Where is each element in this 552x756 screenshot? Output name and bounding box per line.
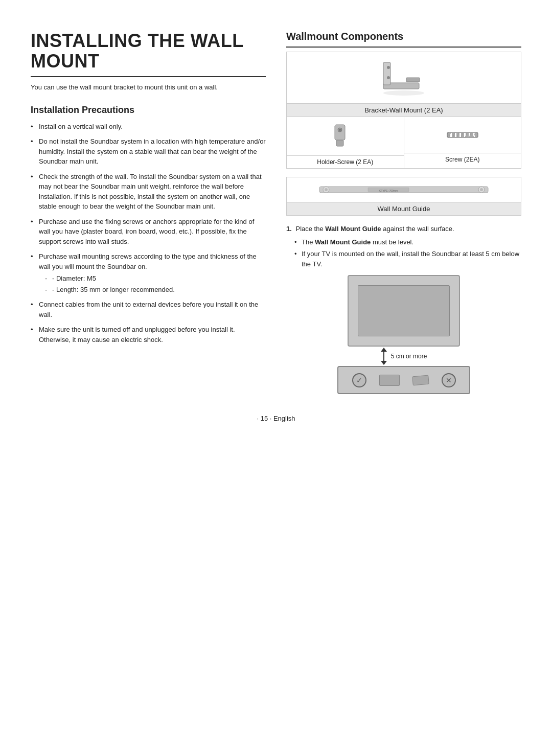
arrow-area: 5 cm or more — [286, 348, 521, 365]
sub-list-item: - Diameter: M5 — [45, 273, 266, 284]
wallmount-components-title: Wallmount Components — [286, 31, 521, 48]
sub-bold: Wall Mount Guide — [315, 238, 371, 246]
cm-label: 5 cm or more — [391, 353, 427, 360]
svg-point-3 — [387, 66, 390, 69]
bracket-svg — [378, 57, 429, 98]
soundbar-illustration: ✓ ✕ — [337, 366, 470, 394]
arrow-up-head — [381, 348, 387, 352]
holder-screw-label: Holder-Screw (2 EA) — [287, 155, 404, 168]
precautions-title: Installation Precautions — [31, 105, 266, 116]
bracket-wall-mount-box: Bracket-Wall Mount (2 EA) — [286, 52, 521, 117]
check-symbol: ✓ — [356, 376, 362, 384]
wall-mount-guide-strip: CTYPE: 700mm Wall Mount Guide — [286, 177, 521, 216]
holder-screw-svg — [330, 122, 360, 150]
soundbar-check-icon: ✓ — [352, 373, 366, 387]
svg-point-21 — [325, 188, 328, 191]
svg-rect-7 — [336, 140, 343, 146]
step-1-block: 1. Place the Wall Mount Guide against th… — [286, 224, 521, 269]
screw-svg — [445, 122, 480, 148]
svg-point-4 — [387, 76, 390, 79]
list-item: Install on a vertical wall only. — [31, 122, 266, 132]
guide-strip-label: Wall Mount Guide — [287, 202, 521, 215]
step-number: 1. — [286, 225, 292, 233]
page-number: · 15 · English — [257, 415, 295, 422]
soundbar-rect-1 — [379, 375, 400, 386]
guide-strip-svg: CTYPE: 700mm — [317, 181, 491, 198]
list-item: Make sure the unit is turned off and unp… — [31, 325, 266, 345]
screw-label: Screw (2EA) — [404, 153, 521, 166]
x-symbol: ✕ — [446, 376, 452, 384]
soundbar-rect-2 — [412, 375, 429, 385]
page-footer: · 15 · English — [31, 415, 521, 422]
intro-text: You can use the wall mount bracket to mo… — [31, 82, 266, 93]
sub-list: - Diameter: M5 - Length: 35 mm or longer… — [39, 273, 266, 294]
step-post: against the wall surface. — [383, 225, 454, 233]
components-area: Bracket-Wall Mount (2 EA) Holder-Scr — [286, 52, 521, 169]
page-container: INSTALLING THE WALL MOUNT You can use th… — [31, 31, 521, 394]
sub-post: must be level. — [371, 238, 413, 246]
bracket-label: Bracket-Wall Mount (2 EA) — [287, 103, 521, 117]
tv-screen — [358, 285, 450, 336]
svg-point-5 — [383, 90, 424, 96]
screw-image — [440, 117, 486, 153]
svg-point-9 — [339, 129, 341, 131]
list-item: Purchase and use the fixing screws or an… — [31, 217, 266, 247]
holder-screw-image — [325, 117, 365, 155]
svg-rect-2 — [406, 78, 420, 82]
tv-illustration — [348, 275, 460, 347]
list-item: Purchase wall mounting screws according … — [31, 251, 266, 294]
svg-rect-6 — [335, 125, 345, 140]
arrow-shaft — [383, 352, 384, 361]
arrow-down-icon — [381, 348, 387, 365]
holder-screw-item: Holder-Screw (2 EA) — [287, 117, 404, 168]
list-item: Do not install the Soundbar system in a … — [31, 136, 266, 167]
left-column: INSTALLING THE WALL MOUNT You can use th… — [31, 31, 266, 394]
right-column: Wallmount Components — [286, 31, 521, 394]
arrow-down-head — [381, 361, 387, 365]
svg-text:CTYPE: 700mm: CTYPE: 700mm — [379, 189, 398, 192]
small-components-row: Holder-Screw (2 EA) — [286, 117, 521, 169]
soundbar-x-icon: ✕ — [442, 373, 456, 387]
guide-strip-image: CTYPE: 700mm — [287, 177, 521, 202]
list-item: Check the strength of the wall. To insta… — [31, 172, 266, 212]
step-bold: Wall Mount Guide — [325, 225, 381, 233]
list-item: Connect cables from the unit to external… — [31, 300, 266, 319]
sub-list-item: - Length: 35 mm or longer recommended. — [45, 285, 266, 295]
step-sub-list: The Wall Mount Guide must be level. If y… — [286, 237, 521, 269]
screw-item: Screw (2EA) — [404, 117, 521, 168]
step-pre: Place the — [295, 225, 323, 233]
step-1-text: 1. Place the Wall Mount Guide against th… — [286, 224, 521, 234]
page-title: INSTALLING THE WALL MOUNT — [31, 31, 266, 77]
sub-text: If your TV is mounted on the wall, insta… — [302, 250, 519, 268]
step-sub-item: If your TV is mounted on the wall, insta… — [294, 249, 521, 269]
svg-point-25 — [480, 188, 483, 191]
sub-pre: The — [302, 238, 315, 246]
step-sub-item: The Wall Mount Guide must be level. — [294, 237, 521, 247]
bracket-image — [373, 52, 434, 103]
precautions-list: Install on a vertical wall only. Do not … — [31, 122, 266, 345]
install-diagram: 5 cm or more ✓ ✕ — [286, 275, 521, 394]
svg-rect-1 — [383, 62, 390, 85]
